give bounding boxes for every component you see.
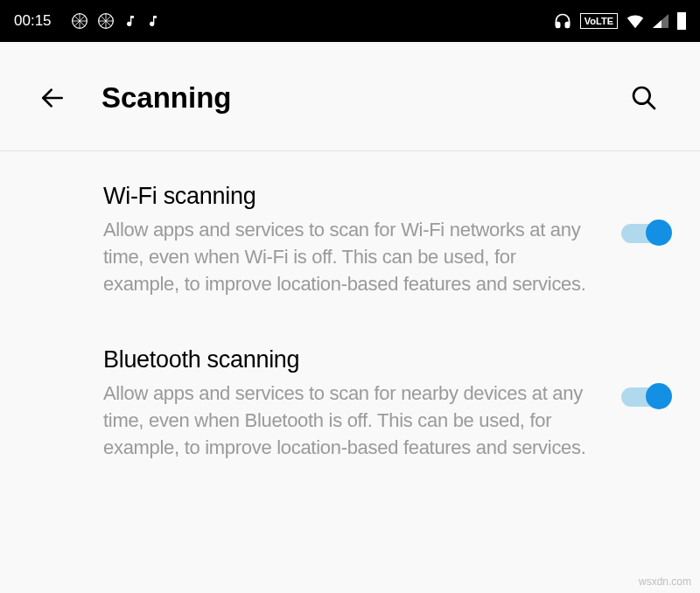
- app-icon-2: [97, 12, 115, 30]
- toggle-container: [621, 346, 670, 408]
- setting-bluetooth-scanning[interactable]: Bluetooth scanning Allow apps and servic…: [0, 315, 700, 478]
- svg-line-4: [648, 101, 654, 108]
- battery-icon: [677, 12, 686, 30]
- setting-wifi-scanning[interactable]: Wi-Fi scanning Allow apps and services t…: [0, 151, 700, 315]
- app-header: Scanning: [0, 42, 700, 151]
- status-bar: 00:15 VoLTE: [0, 0, 700, 42]
- status-bar-right: VoLTE: [554, 12, 686, 30]
- watermark: wsxdn.com: [639, 576, 691, 588]
- back-button[interactable]: [32, 77, 74, 119]
- notification-icons: [71, 12, 160, 30]
- signal-icon: [653, 14, 668, 28]
- search-button[interactable]: [623, 77, 665, 119]
- setting-description: Allow apps and services to scan for near…: [103, 380, 595, 461]
- wifi-scanning-toggle[interactable]: [621, 223, 670, 244]
- bluetooth-scanning-toggle[interactable]: [621, 387, 670, 408]
- headphones-icon: [554, 12, 571, 30]
- page-title: Scanning: [102, 81, 623, 115]
- setting-title: Bluetooth scanning: [103, 346, 595, 373]
- wifi-icon: [626, 13, 644, 29]
- arrow-left-icon: [38, 84, 66, 112]
- volte-badge: VoLTE: [580, 13, 618, 29]
- status-time: 00:15: [14, 12, 52, 30]
- status-bar-left: 00:15: [14, 12, 160, 30]
- setting-text: Wi-Fi scanning Allow apps and services t…: [103, 183, 621, 297]
- app-icon-1: [71, 12, 88, 30]
- music-note-icon-1: [123, 14, 137, 28]
- setting-description: Allow apps and services to scan for Wi-F…: [103, 217, 595, 297]
- search-icon: [630, 84, 658, 112]
- music-note-icon-2: [146, 14, 160, 28]
- settings-list: Wi-Fi scanning Allow apps and services t…: [0, 151, 700, 479]
- setting-text: Bluetooth scanning Allow apps and servic…: [103, 346, 621, 461]
- toggle-container: [621, 183, 670, 244]
- setting-title: Wi-Fi scanning: [103, 183, 595, 210]
